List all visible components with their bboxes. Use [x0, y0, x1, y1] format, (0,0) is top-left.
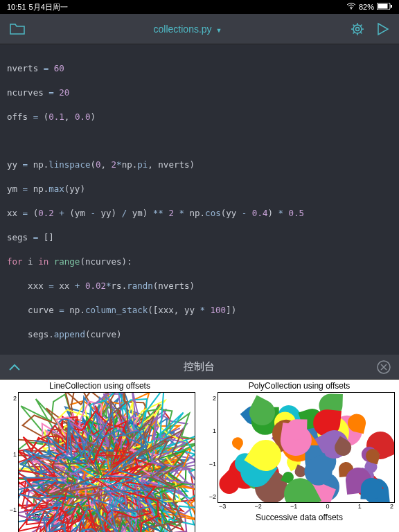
console-header: 控制台 [0, 355, 399, 380]
wifi-icon [346, 3, 356, 11]
y-ticks: 21−1−2 [204, 392, 218, 503]
play-icon[interactable] [377, 22, 389, 36]
plot-output: LineCollection using offsets 21−1−2 −3−2… [0, 380, 399, 532]
svg-rect-2 [378, 4, 388, 9]
subplot-2: PolyCollection using offsets 21−1−2 −3−2… [200, 380, 399, 511]
svg-line-12 [353, 32, 355, 33]
subplot-4: Successive data offsets [200, 511, 399, 532]
toolbar: collections.py ▼ [0, 14, 399, 44]
battery-pct: 82% [359, 3, 374, 11]
status-time: 10:51 [7, 3, 26, 11]
chevron-up-icon[interactable] [8, 363, 21, 371]
status-date: 5月4日周一 [29, 2, 68, 12]
file-title[interactable]: collections.py ▼ [154, 24, 222, 35]
svg-point-0 [351, 8, 352, 10]
chart-canvas [18, 392, 195, 532]
svg-line-11 [360, 32, 362, 33]
battery-icon [377, 3, 392, 11]
svg-line-13 [360, 24, 362, 26]
filename-label: collections.py [154, 24, 212, 35]
gear-icon[interactable] [351, 22, 364, 36]
chart-title: LineCollection using offsets [49, 381, 150, 391]
console-panel: 控制台 LineCollection using offsets 21−1−2 … [0, 355, 399, 532]
svg-rect-3 [391, 5, 392, 8]
y-ticks: 21−1−2 [4, 392, 18, 532]
chart-title: PolyCollection using offsets [249, 381, 351, 391]
chart-title: Successive data offsets [256, 513, 343, 522]
svg-line-10 [353, 24, 355, 26]
svg-point-5 [355, 27, 359, 30]
chart-canvas [218, 392, 395, 503]
status-bar: 10:51 5月4日周一 82% [0, 0, 399, 14]
console-title: 控制台 [21, 360, 377, 373]
x-ticks: −3−2−1012 [218, 503, 395, 510]
folder-icon[interactable] [10, 23, 25, 35]
dropdown-arrow-icon: ▼ [216, 27, 222, 34]
subplot-1: LineCollection using offsets 21−1−2 −3−2… [0, 380, 200, 511]
close-icon[interactable] [377, 360, 391, 374]
